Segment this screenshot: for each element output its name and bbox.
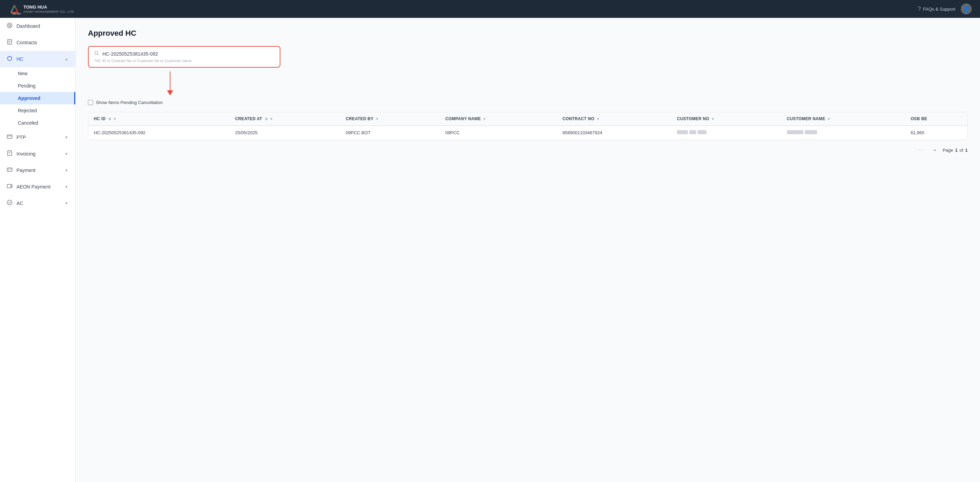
prev-page-button[interactable]: ←	[915, 146, 926, 154]
sidebar-label-pending: Pending	[18, 83, 35, 89]
cell-customer-no	[671, 126, 781, 140]
col-customer-no: CUSTOMER NO ▼	[671, 112, 781, 126]
col-created-at-label: CREATED AT	[235, 116, 262, 121]
faqs-label: FAQs & Support	[923, 6, 955, 12]
table-row[interactable]: HC-20250525381435-092 25/05/2025 09PCC B…	[88, 126, 967, 140]
app-subtitle: ASSET MANAGEMENT CO., LTD	[23, 10, 74, 13]
sidebar-item-dashboard[interactable]: Dashboard	[0, 18, 75, 34]
col-hc-id: HC ID ⇅ ▼	[88, 112, 229, 126]
created-at-sort-icon[interactable]: ⇅	[265, 117, 268, 121]
col-created-by-label: CREATED BY	[346, 116, 374, 121]
sidebar-item-payment[interactable]: Payment ▼	[0, 162, 75, 179]
svg-text:TONG HUA: TONG HUA	[12, 13, 21, 15]
top-navigation: TONG HUA TONG HUA ASSET MANAGEMENT CO., …	[0, 0, 980, 18]
sidebar-item-rejected[interactable]: Rejected	[0, 105, 75, 117]
payment-chevron-icon: ▼	[65, 168, 68, 172]
payment-icon	[7, 167, 13, 174]
sidebar-label-rejected: Rejected	[18, 108, 37, 113]
col-customer-name-label: CUSTOMER NAME	[787, 116, 826, 121]
created-by-filter-icon[interactable]: ▼	[375, 117, 379, 121]
svg-point-5	[9, 24, 11, 27]
user-avatar[interactable]: 👤	[961, 3, 972, 14]
sidebar-item-contracts[interactable]: Contracts	[0, 34, 75, 51]
page-info: Page 1 of 1	[943, 147, 967, 153]
hc-id-filter-icon[interactable]: ▼	[113, 117, 116, 121]
sidebar-item-ac[interactable]: AC ▼	[0, 195, 75, 211]
search-box: *HC ID or Contract No or Customer No or …	[88, 46, 280, 68]
total-pages: 1	[965, 147, 967, 153]
checkbox-row: Show Items Pending Cancellation	[88, 100, 967, 105]
company-name-filter-icon[interactable]: ▼	[483, 117, 486, 121]
table-header-row: HC ID ⇅ ▼ CREATED AT ⇅ ▼ CREATED BY ▼	[88, 112, 967, 126]
blur-block-5	[805, 130, 817, 134]
checkbox-label[interactable]: Show Items Pending Cancellation	[96, 100, 162, 105]
sidebar-item-aeon-payment[interactable]: AEON Payment ▼	[0, 179, 75, 195]
customer-no-blurred	[677, 130, 706, 134]
col-contract-no-label: CONTRACT NO	[563, 116, 595, 121]
col-company-name: COMPANY NAME ▼	[440, 112, 557, 126]
hc-id-sort-icon[interactable]: ⇅	[108, 117, 111, 121]
pagination: ← → Page 1 of 1	[88, 146, 967, 154]
cell-created-by: 09PCC BOT	[340, 126, 440, 140]
next-page-button[interactable]: →	[929, 146, 940, 154]
col-osb-be: OSB BE	[905, 112, 967, 126]
red-arrow	[167, 71, 173, 95]
col-created-by: CREATED BY ▼	[340, 112, 440, 126]
svg-rect-7	[7, 135, 12, 138]
contract-no-filter-icon[interactable]: ▼	[596, 117, 600, 121]
sidebar-label-new: New	[18, 71, 27, 76]
sidebar-item-hc[interactable]: HC ▲	[0, 51, 75, 67]
logo: TONG HUA TONG HUA ASSET MANAGEMENT CO., …	[8, 3, 74, 15]
cell-hc-id: HC-20250525381435-092	[88, 126, 229, 140]
col-customer-no-label: CUSTOMER NO	[677, 116, 709, 121]
page-label: Page	[943, 147, 953, 153]
col-created-at: CREATED AT ⇅ ▼	[229, 112, 340, 126]
sidebar-label-canceled: Canceled	[18, 120, 38, 126]
sidebar-item-invoicing[interactable]: Invoicing ▼	[0, 146, 75, 162]
search-hint: *HC ID or Contract No or Customer No or …	[94, 59, 274, 63]
blur-block-2	[689, 130, 696, 134]
sidebar-item-approved[interactable]: Approved	[0, 92, 75, 105]
sidebar-label-contracts: Contracts	[16, 40, 37, 45]
created-at-filter-icon[interactable]: ▼	[270, 117, 273, 121]
search-icon	[94, 51, 99, 57]
hc-chevron-icon: ▲	[65, 57, 68, 61]
invoicing-icon	[7, 151, 13, 157]
cell-customer-name	[781, 126, 905, 140]
current-page: 1	[955, 147, 957, 153]
arrow-container	[88, 73, 280, 97]
avatar-icon: 👤	[963, 5, 970, 13]
aeon-payment-icon	[7, 183, 13, 190]
app-name: TONG HUA	[23, 5, 74, 10]
page-title: Approved HC	[88, 29, 967, 38]
topnav-right: ? FAQs & Support 👤	[918, 3, 972, 14]
dashboard-icon	[7, 23, 13, 30]
svg-rect-10	[7, 184, 12, 188]
customer-no-filter-icon[interactable]: ▼	[711, 117, 715, 121]
sidebar-label-payment: Payment	[16, 168, 35, 173]
cell-contract-no: 8589001103467924	[557, 126, 671, 140]
invoicing-chevron-icon: ▼	[65, 152, 68, 156]
sidebar-label-ac: AC	[16, 200, 23, 206]
ac-chevron-icon: ▼	[65, 201, 68, 205]
customer-name-blurred	[787, 130, 817, 134]
sidebar-label-approved: Approved	[18, 95, 40, 101]
ptp-icon	[7, 134, 13, 141]
search-input[interactable]	[102, 51, 274, 57]
sidebar-item-pending[interactable]: Pending	[0, 80, 75, 92]
svg-point-11	[10, 186, 12, 187]
col-company-name-label: COMPANY NAME	[445, 116, 481, 121]
sidebar-label-aeon-payment: AEON Payment	[16, 184, 51, 190]
sidebar-item-ptp[interactable]: PTP ▼	[0, 129, 75, 146]
app-name-block: TONG HUA ASSET MANAGEMENT CO., LTD	[23, 5, 74, 13]
customer-name-filter-icon[interactable]: ▼	[827, 117, 830, 121]
sidebar: Dashboard Contracts HC ▲ New Pending App…	[0, 18, 76, 482]
col-contract-no: CONTRACT NO ▼	[557, 112, 671, 126]
show-items-pending-checkbox[interactable]	[88, 100, 93, 105]
sidebar-item-new[interactable]: New	[0, 67, 75, 80]
faqs-link[interactable]: ? FAQs & Support	[918, 6, 955, 12]
sidebar-item-canceled[interactable]: Canceled	[0, 117, 75, 129]
search-input-row	[94, 51, 274, 57]
aeon-chevron-icon: ▼	[65, 185, 68, 189]
of-label: of	[959, 147, 963, 153]
